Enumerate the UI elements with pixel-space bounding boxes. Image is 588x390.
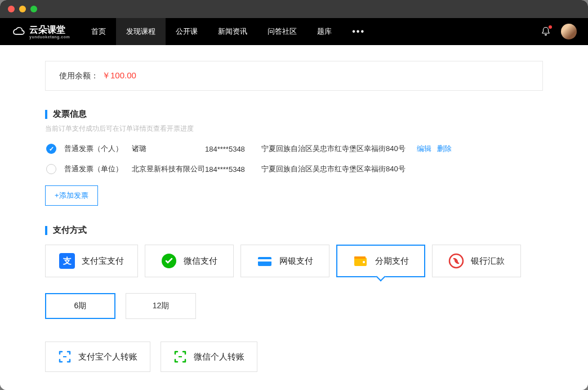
svg-point-7 bbox=[363, 261, 365, 263]
installment-6[interactable]: 6期 bbox=[45, 293, 115, 319]
alipay-icon: 支 bbox=[59, 253, 75, 269]
invoice-type: 普通发票（个人） bbox=[64, 144, 132, 154]
svg-rect-10 bbox=[179, 356, 182, 357]
window-minimize-icon[interactable] bbox=[19, 6, 26, 12]
nav-question-bank[interactable]: 题库 bbox=[307, 18, 342, 45]
pay-label: 微信支付 bbox=[184, 256, 217, 267]
top-navbar: 云朵课堂 yunduoketang.com 首页 发现课程 公开课 新闻资讯 问… bbox=[0, 18, 588, 45]
add-invoice-button[interactable]: +添加发票 bbox=[45, 185, 98, 206]
scan-alipay-icon bbox=[58, 350, 72, 364]
pay-label: 支付宝支付 bbox=[82, 256, 124, 267]
radio-checked-icon[interactable] bbox=[46, 144, 56, 154]
notification-dot-icon bbox=[549, 25, 552, 29]
payment-section-title: 支付方式 bbox=[45, 225, 543, 236]
window-close-icon[interactable] bbox=[8, 6, 15, 12]
wechat-icon bbox=[161, 253, 177, 269]
alipay-transfer[interactable]: 支付宝个人转账 bbox=[45, 342, 150, 372]
payment-methods-row: 支 支付宝支付 微信支付 网银支付 分期支付 bbox=[45, 245, 543, 277]
transfer-label: 支付宝个人转账 bbox=[78, 352, 137, 362]
svg-rect-4 bbox=[258, 259, 271, 262]
invoice-row-company[interactable]: 普通发票（单位） 北京昱新科技有限公司 184****5348 宁夏回族自治区吴… bbox=[45, 164, 543, 174]
payment-title-text: 支付方式 bbox=[53, 225, 87, 236]
nav-items-container: 首页 发现课程 公开课 新闻资讯 问答社区 题库 ••• bbox=[81, 18, 375, 45]
nav-right bbox=[541, 24, 577, 39]
invoice-name: 北京昱新科技有限公司 bbox=[132, 164, 205, 174]
installment-12[interactable]: 12期 bbox=[126, 293, 196, 319]
bank-card-icon bbox=[257, 253, 273, 269]
invoice-section-title: 发票信息 bbox=[45, 109, 543, 119]
nav-discover-courses[interactable]: 发现课程 bbox=[116, 18, 166, 45]
pay-bank-transfer[interactable]: 银行汇款 bbox=[432, 245, 521, 277]
app-window: 云朵课堂 yunduoketang.com 首页 发现课程 公开课 新闻资讯 问… bbox=[0, 0, 588, 390]
svg-text:支: 支 bbox=[63, 256, 72, 265]
invoice-address: 宁夏回族自治区吴忠市红寺堡区幸福街840号 bbox=[261, 144, 406, 154]
notification-bell-icon[interactable] bbox=[541, 26, 551, 37]
balance-label: 使用余额： bbox=[59, 71, 99, 81]
transfer-label: 微信个人转账 bbox=[194, 352, 244, 362]
nav-home[interactable]: 首页 bbox=[81, 18, 116, 45]
balance-amount: ￥100.00 bbox=[102, 70, 136, 81]
window-titlebar bbox=[0, 0, 588, 18]
nav-news[interactable]: 新闻资讯 bbox=[208, 18, 257, 45]
installment-options: 6期 12期 bbox=[45, 293, 543, 319]
wallet-icon bbox=[353, 253, 368, 269]
invoice-actions: 编辑删除 bbox=[417, 144, 457, 154]
svg-point-8 bbox=[449, 254, 463, 268]
delete-link[interactable]: 删除 bbox=[437, 144, 452, 153]
user-avatar[interactable] bbox=[561, 24, 577, 39]
invoice-phone: 184****5348 bbox=[205, 165, 261, 174]
pay-bank[interactable]: 网银支付 bbox=[240, 245, 329, 277]
balance-box: 使用余额： ￥100.00 bbox=[45, 61, 543, 91]
nav-qa-community[interactable]: 问答社区 bbox=[257, 18, 307, 45]
pay-label: 银行汇款 bbox=[471, 256, 505, 267]
pay-label: 分期支付 bbox=[375, 256, 409, 267]
pay-installment[interactable]: 分期支付 bbox=[336, 245, 425, 277]
invoice-row-personal[interactable]: 普通发票（个人） 诸璐 184****5348 宁夏回族自治区吴忠市红寺堡区幸福… bbox=[45, 144, 543, 154]
invoice-title-text: 发票信息 bbox=[53, 109, 87, 119]
blue-bar-icon bbox=[45, 110, 47, 119]
edit-link[interactable]: 编辑 bbox=[417, 144, 431, 153]
radio-unchecked-icon[interactable] bbox=[46, 164, 56, 174]
blue-bar-icon bbox=[45, 226, 47, 235]
page-content: 使用余额： ￥100.00 发票信息 当前订单支付成功后可在订单详情页查看开票进… bbox=[0, 45, 588, 390]
site-logo[interactable]: 云朵课堂 yunduoketang.com bbox=[11, 24, 70, 39]
invoice-address: 宁夏回族自治区吴忠市红寺堡区幸福街840号 bbox=[261, 164, 406, 174]
cloud-logo-icon bbox=[11, 24, 26, 39]
invoice-subtitle: 当前订单支付成功后可在订单详情页查看开票进度 bbox=[45, 124, 543, 134]
logo-subtext: yunduoketang.com bbox=[29, 35, 70, 39]
nav-more-icon[interactable]: ••• bbox=[342, 26, 375, 37]
wechat-transfer[interactable]: 微信个人转账 bbox=[161, 342, 257, 372]
transfer-options: 支付宝个人转账 微信个人转账 bbox=[45, 342, 543, 372]
pay-wechat[interactable]: 微信支付 bbox=[145, 245, 234, 277]
scan-wechat-icon bbox=[173, 350, 187, 364]
svg-rect-9 bbox=[63, 356, 66, 357]
pay-label: 网银支付 bbox=[279, 256, 313, 267]
invoice-type: 普通发票（单位） bbox=[64, 164, 132, 174]
logo-text: 云朵课堂 bbox=[29, 24, 70, 36]
pay-alipay[interactable]: 支 支付宝支付 bbox=[45, 245, 138, 277]
bank-transfer-icon bbox=[448, 253, 464, 269]
invoice-name: 诸璐 bbox=[132, 144, 205, 154]
svg-rect-6 bbox=[354, 256, 366, 259]
nav-open-courses[interactable]: 公开课 bbox=[166, 18, 208, 45]
invoice-phone: 184****5348 bbox=[205, 145, 261, 153]
window-maximize-icon[interactable] bbox=[30, 6, 37, 12]
